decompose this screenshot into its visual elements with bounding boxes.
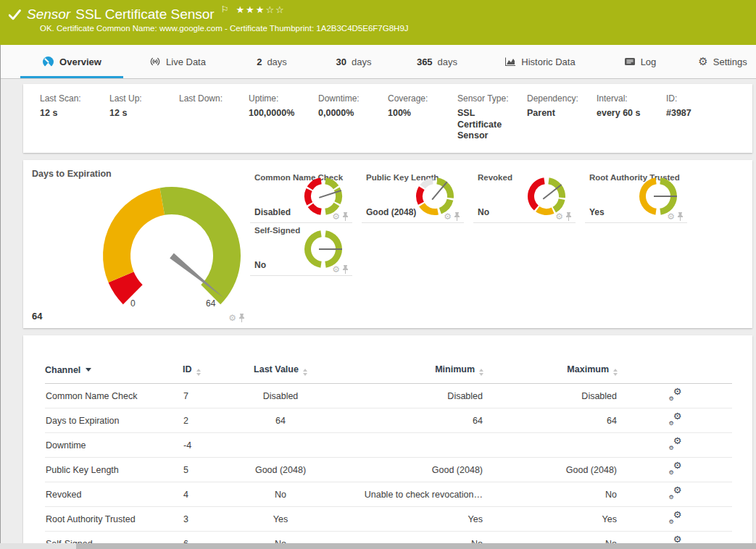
- gauge-tools: ⚙: [332, 265, 349, 274]
- cell-channel: Root Authority Trusted: [45, 507, 183, 532]
- tab-2-days[interactable]: 2 days: [245, 45, 299, 78]
- tab-label: Settings: [713, 56, 747, 67]
- gear-icon[interactable]: ⚙: [555, 212, 563, 221]
- pin-icon[interactable]: [342, 212, 349, 221]
- sort-icon: [479, 369, 483, 376]
- col-minimum[interactable]: Minimum: [335, 364, 483, 384]
- primary-gauge-block: Days to Expiration 064 64 ⚙: [23, 160, 250, 328]
- channel-gauge-cell: Revoked No ⚙: [473, 170, 576, 223]
- tab-log[interactable]: Log: [616, 45, 664, 78]
- channel-settings-icon[interactable]: ⚙⚙: [668, 512, 682, 524]
- channel-gauge: [527, 177, 566, 216]
- cell-id: 5: [183, 458, 226, 482]
- gear-icon[interactable]: ⚙: [332, 212, 340, 221]
- gauge-tools: ⚙: [332, 212, 349, 221]
- pin-icon[interactable]: [454, 212, 460, 221]
- cell-last-value: [226, 433, 335, 458]
- gear-icon: ⚙: [698, 55, 707, 68]
- flag-icon[interactable]: ⚐: [221, 4, 229, 14]
- svg-text:0: 0: [130, 298, 136, 309]
- log-icon: [624, 56, 636, 67]
- info-value: 100%: [388, 108, 457, 120]
- cell-maximum: Disabled: [483, 384, 618, 408]
- info-strip: Last Scan: 12 s Last Up: 12 s Last Down:…: [23, 84, 752, 153]
- broadcast-icon: [149, 56, 161, 67]
- table-row[interactable]: Common Name Check 7 Disabled Disabled Di…: [45, 384, 732, 408]
- pin-icon[interactable]: [565, 212, 572, 221]
- info-label: Last Scan:: [40, 93, 109, 104]
- tab-number: 365: [417, 56, 433, 67]
- sort-icon: [196, 369, 201, 376]
- priority-stars[interactable]: ★★★☆☆: [236, 4, 285, 15]
- info-item: Uptime: 100,0000%: [249, 93, 318, 153]
- pin-icon[interactable]: [342, 265, 349, 274]
- gear-icon[interactable]: ⚙: [228, 314, 236, 322]
- channel-settings-icon[interactable]: ⚙⚙: [668, 414, 682, 426]
- channel-settings-icon[interactable]: ⚙⚙: [668, 438, 682, 450]
- col-id[interactable]: ID: [183, 364, 226, 384]
- cell-channel: Downtime: [45, 433, 183, 458]
- prtg-sensor-page: Sensor SSL Certificate Sensor ⚐ ★★★☆☆ OK…: [0, 0, 756, 549]
- tab-number: 30: [336, 56, 346, 67]
- page-title: SSL Certificate Sensor: [75, 7, 215, 22]
- cell-id: 2: [183, 408, 226, 433]
- sort-icon: [303, 369, 307, 376]
- tab-historic-data[interactable]: Historic Data: [493, 45, 587, 78]
- tab-30-days[interactable]: 30 days: [325, 45, 383, 78]
- scrollbar-thumb[interactable]: [76, 543, 756, 549]
- channel-table: Channel ID Last Value Minimum Maximum Co…: [45, 364, 732, 549]
- horizontal-scrollbar[interactable]: [0, 543, 756, 549]
- col-maximum[interactable]: Maximum: [483, 364, 618, 384]
- cell-minimum: Good (2048): [335, 458, 483, 482]
- info-label: Uptime:: [249, 93, 318, 104]
- cell-actions: ⚙⚙: [618, 433, 732, 458]
- tab-settings[interactable]: ⚙ Settings: [690, 45, 755, 78]
- channel-gauge-cell: Common Name Check Disabled ⚙: [250, 170, 352, 223]
- gauge-icon: [42, 56, 54, 68]
- pin-icon[interactable]: [677, 212, 684, 221]
- tab-365-days[interactable]: 365 days: [404, 45, 470, 78]
- info-value: #3987: [666, 108, 736, 120]
- table-row[interactable]: Days to Expiration 2 64 64 64 ⚙⚙: [45, 408, 732, 433]
- table-row[interactable]: Root Authority Trusted 3 Yes Yes Yes ⚙⚙: [45, 507, 732, 532]
- info-item: Sensor Type: SSL Certificate Sensor: [457, 93, 527, 153]
- gauge-tools: ⚙: [667, 212, 684, 221]
- tab-live-data[interactable]: Live Data: [140, 45, 215, 78]
- info-item: Last Scan: 12 s: [40, 93, 109, 153]
- cell-id: 4: [183, 482, 226, 507]
- info-label: ID:: [666, 93, 736, 104]
- channel-gauge-value: Good (2048): [366, 207, 416, 217]
- info-value: every 60 s: [597, 108, 666, 120]
- sensor-header: Sensor SSL Certificate Sensor ⚐ ★★★☆☆ OK…: [0, 0, 756, 45]
- cell-actions: ⚙⚙: [618, 507, 732, 532]
- tab-overview[interactable]: Overview: [20, 45, 123, 78]
- cell-actions: ⚙⚙: [618, 408, 732, 433]
- cell-maximum: 64: [483, 408, 618, 433]
- cell-maximum: [483, 433, 618, 458]
- table-row[interactable]: Public Key Length 5 Good (2048) Good (20…: [45, 458, 732, 482]
- sensor-status-message: OK. Certificate Common Name: www.google.…: [0, 24, 756, 33]
- cell-maximum: Good (2048): [483, 458, 618, 482]
- channel-settings-icon[interactable]: ⚙⚙: [668, 487, 682, 500]
- col-last-value[interactable]: Last Value: [226, 364, 335, 384]
- primary-gauge-value: 64: [32, 311, 42, 322]
- tab-label: Log: [641, 56, 657, 67]
- table-header-row: Channel ID Last Value Minimum Maximum: [45, 364, 732, 384]
- channel-settings-icon[interactable]: ⚙⚙: [668, 389, 682, 401]
- gear-icon[interactable]: ⚙: [332, 265, 340, 274]
- channel-gauge-value: Disabled: [254, 207, 291, 217]
- cell-actions: ⚙⚙: [618, 384, 732, 408]
- channel-gauge: [304, 177, 343, 216]
- gear-icon[interactable]: ⚙: [444, 212, 452, 221]
- col-channel[interactable]: Channel: [45, 364, 183, 384]
- channel-settings-icon[interactable]: ⚙⚙: [668, 463, 682, 475]
- cell-id: 7: [183, 384, 226, 408]
- table-row[interactable]: Revoked 4 No Unable to check revocation……: [45, 482, 732, 507]
- pin-icon[interactable]: [238, 314, 245, 322]
- table-row[interactable]: Downtime -4 ⚙⚙: [45, 433, 732, 458]
- tab-label: Live Data: [166, 56, 206, 67]
- sort-desc-icon: [86, 368, 91, 372]
- gear-icon[interactable]: ⚙: [667, 212, 675, 221]
- info-label: Coverage:: [388, 93, 457, 104]
- cell-channel: Revoked: [45, 482, 183, 507]
